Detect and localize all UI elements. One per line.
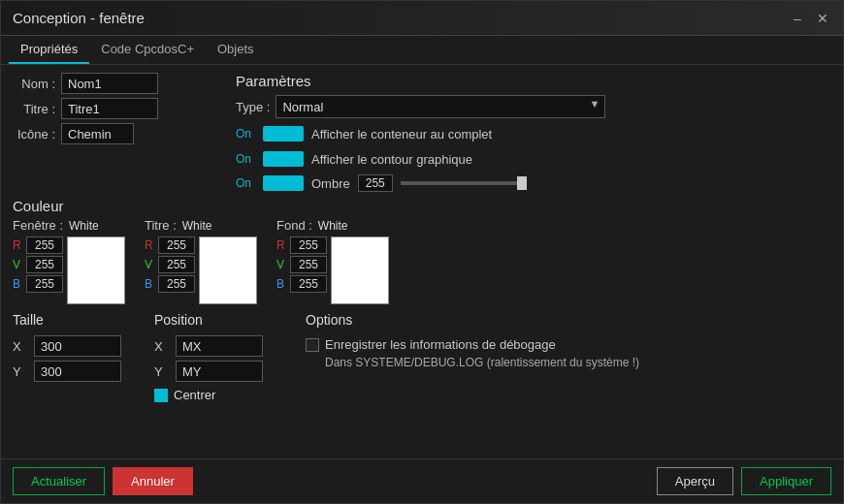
- apercu-button[interactable]: Aperçu: [657, 467, 733, 495]
- tab-objets[interactable]: Objets: [206, 36, 266, 64]
- tab-bar: Propriétés Code CpcdosC+ Objets: [1, 36, 843, 65]
- shadow-label: Ombre: [311, 176, 350, 191]
- toggle-contour-label: Afficher le contour graphique: [311, 152, 472, 167]
- taille-title: Taille: [13, 312, 139, 328]
- toggle-conteneur: On Afficher le conteneur au complet: [236, 126, 831, 142]
- toggle-contour: On Afficher le contour graphique: [236, 151, 831, 167]
- taille-y-label: Y: [13, 364, 28, 379]
- color-group-fenetre: Fenêtre : White R V: [13, 218, 125, 304]
- shadow-slider[interactable]: [401, 181, 527, 185]
- nom-input[interactable]: [61, 73, 158, 94]
- g-input-fenetre[interactable]: [26, 256, 63, 273]
- titre-label: Titre :: [13, 102, 55, 116]
- window-title: Conception - fenêtre: [13, 10, 145, 26]
- actualiser-button[interactable]: Actualiser: [13, 467, 105, 495]
- taille-section: Taille X Y: [13, 312, 139, 382]
- form-left: Nom : Titre : Icône :: [13, 73, 207, 144]
- r-channel-f: R: [13, 238, 22, 252]
- position-y-label: Y: [154, 364, 170, 379]
- b-input-titre[interactable]: [158, 275, 195, 293]
- minimize-button[interactable]: –: [789, 11, 806, 26]
- r-input-titre[interactable]: [158, 236, 195, 254]
- color-fond-white: White: [318, 219, 348, 233]
- color-group-fond: Fond : White R V: [276, 218, 389, 304]
- color-titre-white: White: [182, 219, 212, 233]
- r-input-fond[interactable]: [290, 236, 327, 254]
- params-section: Paramètres Type : Normal Modal Popup Ful…: [216, 73, 831, 192]
- close-button[interactable]: ✕: [814, 11, 831, 26]
- r-input-fenetre[interactable]: [26, 236, 63, 254]
- taille-x-input[interactable]: [34, 335, 121, 357]
- color-title: Couleur: [13, 198, 831, 214]
- color-preview-fond: [331, 236, 389, 304]
- b-input-fenetre[interactable]: [26, 275, 63, 293]
- g-channel-t: V: [145, 258, 154, 271]
- color-fenetre-white: White: [69, 219, 99, 233]
- toggle-conteneur-switch[interactable]: [263, 126, 304, 142]
- titre-input[interactable]: [61, 98, 158, 119]
- annuler-button[interactable]: Annuler: [113, 467, 193, 495]
- tab-proprietes[interactable]: Propriétés: [9, 36, 89, 64]
- position-section: Position X Y Centrer: [154, 312, 280, 402]
- icone-input[interactable]: [61, 123, 134, 144]
- position-y-input[interactable]: [176, 361, 263, 382]
- r-channel-fd: R: [276, 238, 286, 252]
- g-input-fond[interactable]: [290, 256, 327, 273]
- position-x-input[interactable]: [176, 335, 263, 357]
- color-preview-titre: [199, 236, 257, 304]
- debug-checkbox[interactable]: [306, 338, 319, 352]
- footer: Actualiser Annuler Aperçu Appliquer: [1, 458, 843, 503]
- nom-label: Nom :: [13, 77, 55, 91]
- type-select-wrapper: Normal Modal Popup Fullscreen: [276, 95, 605, 118]
- color-groups: Fenêtre : White R V: [13, 218, 831, 304]
- window: Conception - fenêtre – ✕ Propriétés Code…: [0, 0, 844, 504]
- color-titre-label: Titre :: [145, 218, 177, 233]
- g-channel-fd: V: [276, 258, 286, 271]
- position-title: Position: [154, 312, 280, 328]
- debug-label: Enregistrer les informations de débogage: [325, 337, 556, 352]
- b-channel-f: B: [13, 277, 22, 291]
- color-group-titre: Titre : White R V: [145, 218, 257, 304]
- g-input-titre[interactable]: [158, 256, 195, 273]
- footer-left: Actualiser Annuler: [13, 467, 193, 495]
- b-input-fond[interactable]: [290, 275, 327, 293]
- title-bar: Conception - fenêtre – ✕: [1, 1, 843, 36]
- toggle-contour-switch[interactable]: [263, 151, 304, 167]
- position-x-label: X: [154, 339, 170, 354]
- color-section: Couleur Fenêtre : White R: [13, 198, 831, 304]
- shadow-toggle[interactable]: [263, 175, 304, 191]
- shadow-row: On Ombre: [236, 174, 831, 192]
- taille-y-input[interactable]: [34, 361, 121, 382]
- options-title: Options: [306, 312, 639, 328]
- icone-label: Icône :: [13, 127, 55, 142]
- type-select[interactable]: Normal Modal Popup Fullscreen: [276, 95, 605, 118]
- color-fenetre-label: Fenêtre :: [13, 218, 63, 233]
- color-fond-label: Fond :: [276, 218, 312, 233]
- title-controls: – ✕: [789, 11, 831, 26]
- appliquer-button[interactable]: Appliquer: [741, 467, 831, 495]
- tab-code[interactable]: Code CpcdosC+: [89, 36, 206, 64]
- b-channel-t: B: [145, 277, 154, 291]
- params-title: Paramètres: [236, 73, 311, 89]
- taille-x-label: X: [13, 339, 28, 354]
- color-preview-fenetre: [67, 236, 125, 304]
- shadow-value[interactable]: [358, 174, 393, 192]
- centrer-checkbox[interactable]: [154, 389, 168, 402]
- options-section: Options Enregistrer les informations de …: [306, 312, 639, 369]
- type-label: Type :: [236, 100, 270, 114]
- g-channel-f: V: [13, 258, 22, 271]
- b-channel-fd: B: [276, 277, 286, 291]
- r-channel-t: R: [145, 238, 154, 252]
- debug-sub: Dans SYSTEME/DEBUG.LOG (ralentissement d…: [325, 356, 639, 369]
- footer-right: Aperçu Appliquer: [657, 467, 831, 495]
- toggle-conteneur-label: Afficher le conteneur au complet: [311, 127, 492, 142]
- centrer-label: Centrer: [174, 388, 215, 402]
